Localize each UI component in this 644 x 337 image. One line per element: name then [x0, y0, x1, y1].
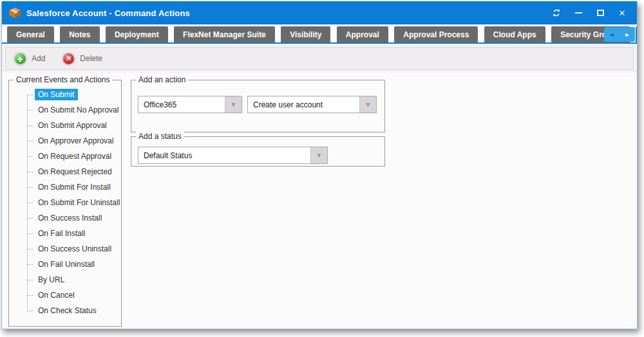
tree-item-on-success-install[interactable]: On Success Install	[9, 210, 121, 226]
tree-item-on-submit[interactable]: On Submit	[9, 87, 121, 102]
tree-item-on-submit-approval[interactable]: On Submit Approval	[9, 118, 121, 133]
toolbar: + Add ✕ Delete	[5, 47, 634, 70]
refresh-icon	[552, 8, 561, 17]
events-groupbox: Current Events and Actions On Submit On …	[8, 80, 122, 327]
chevron-down-icon[interactable]: ▼	[310, 147, 327, 163]
toolbar-container: + Add ✕ Delete	[2, 44, 637, 73]
tab-approval-process[interactable]: Approval Process	[394, 26, 478, 42]
tree-item-on-submit-no-approval[interactable]: On Submit No Approval	[9, 102, 121, 118]
tree-item-on-approver-approval[interactable]: On Approver Approval	[9, 133, 121, 149]
delete-icon: ✕	[62, 52, 75, 66]
tree-item-on-fail-install[interactable]: On Fail Install	[9, 226, 121, 241]
connector-dropdown-value: Office365	[138, 96, 225, 113]
tab-approval[interactable]: Approval	[337, 26, 388, 42]
tree-item-on-success-uninstall[interactable]: On Success Uninstall	[9, 241, 121, 257]
tree-item-on-fail-uninstall[interactable]: On Fail Uninstall	[9, 257, 121, 272]
tab-scroller: ◄ ►	[604, 27, 635, 42]
maximize-icon	[597, 10, 604, 16]
tab-flexnet-manager-suite[interactable]: FlexNet Manager Suite	[174, 26, 275, 42]
chevron-down-icon[interactable]: ▼	[225, 96, 242, 113]
add-status-groupbox: Add a status Default Status ▼	[131, 136, 385, 167]
connector-dropdown[interactable]: Office365 ▼	[138, 96, 242, 113]
delete-button-label: Delete	[80, 54, 102, 63]
events-groupbox-title: Current Events and Actions	[14, 75, 112, 84]
close-button[interactable]: ✕	[614, 5, 630, 21]
tree-item-on-cancel[interactable]: On Cancel	[9, 287, 121, 303]
add-action-groupbox: Add an action Office365 ▼ Create user ac…	[131, 80, 385, 132]
window-title: Salesforce Account - Command Actions	[26, 8, 190, 18]
add-status-groupbox-title: Add a status	[136, 132, 184, 141]
tree-item-on-submit-for-uninstall[interactable]: On Submit For Uninstall	[9, 195, 121, 210]
add-button-label: Add	[32, 54, 45, 63]
tree-item-on-request-rejected[interactable]: On Request Rejected	[9, 164, 121, 179]
dialog-window: Salesforce Account - Command Actions ✕ G…	[1, 1, 638, 329]
refresh-button[interactable]	[548, 5, 565, 21]
tab-scroll-right-icon[interactable]: ►	[625, 32, 630, 38]
maximize-button[interactable]	[592, 5, 609, 21]
content-area: Current Events and Actions On Submit On …	[2, 73, 637, 329]
tab-visibility[interactable]: Visibility	[281, 26, 330, 42]
tab-actions[interactable]: Actions	[636, 26, 637, 42]
minimize-button[interactable]	[570, 5, 587, 21]
tree-item-on-check-status[interactable]: On Check Status	[9, 303, 121, 318]
close-icon: ✕	[619, 9, 626, 17]
package-icon	[8, 7, 21, 19]
add-button[interactable]: + Add	[14, 52, 45, 66]
tab-deployment[interactable]: Deployment	[106, 26, 168, 42]
tab-strip: General Notes Deployment FlexNet Manager…	[2, 24, 637, 44]
window-controls: ✕	[548, 5, 630, 21]
title-bar: Salesforce Account - Command Actions ✕	[2, 1, 637, 24]
minimize-icon	[575, 12, 582, 14]
tree-item-on-submit-for-install[interactable]: On Submit For Install	[9, 179, 121, 195]
tab-cloud-apps[interactable]: Cloud Apps	[484, 26, 545, 42]
add-action-groupbox-title: Add an action	[136, 75, 188, 84]
action-dropdown[interactable]: Create user account ▼	[247, 96, 377, 113]
tree-item-by-url[interactable]: By URL	[9, 272, 121, 287]
delete-button[interactable]: ✕ Delete	[62, 52, 102, 66]
chevron-down-icon[interactable]: ▼	[359, 96, 376, 113]
action-dropdown-value: Create user account	[248, 96, 359, 113]
tab-notes[interactable]: Notes	[60, 26, 99, 42]
events-tree: On Submit On Submit No Approval On Submi…	[9, 87, 121, 318]
tab-scroll-left-icon[interactable]: ◄	[609, 32, 615, 38]
tab-general[interactable]: General	[7, 26, 54, 42]
tree-item-on-request-approval[interactable]: On Request Approval	[9, 149, 121, 164]
add-icon: +	[14, 52, 27, 66]
status-dropdown-value: Default Status	[138, 147, 310, 163]
status-dropdown[interactable]: Default Status ▼	[138, 147, 328, 164]
